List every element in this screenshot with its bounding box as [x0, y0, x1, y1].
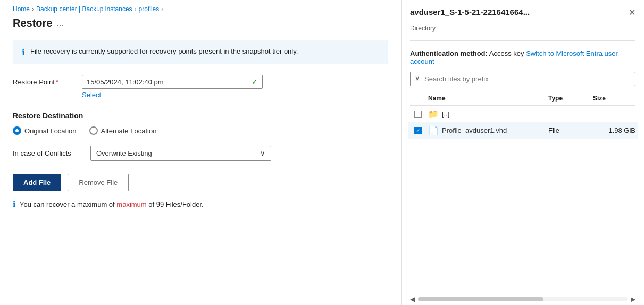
restore-point-label: Restore Point *	[13, 78, 82, 86]
file-table: Name Type Size 📁 [..] 📄 Profile_avduser1…	[410, 92, 635, 293]
auth-label: Authentication method:	[410, 49, 488, 57]
folder-icon: 📁	[428, 109, 439, 119]
add-file-button[interactable]: Add File	[13, 174, 61, 191]
breadcrumb-profiles[interactable]: profiles	[139, 5, 160, 13]
chevron-down-icon: ∨	[260, 149, 265, 157]
required-asterisk: *	[56, 78, 58, 86]
filter-icon: ⊻	[415, 75, 420, 83]
auth-section: Authentication method: Access key Switch…	[402, 45, 644, 67]
table-row: 📄 Profile_avduser1.vhd File 1.98 GiB	[408, 122, 638, 139]
conflicts-value: Overwrite Existing	[96, 149, 152, 157]
header-type: Type	[548, 95, 591, 102]
right-panel: avduser1_S-1-5-21-221641664... ✕ Directo…	[402, 0, 644, 305]
page-more-button[interactable]: ...	[56, 19, 63, 28]
page-title-row: Restore ...	[13, 17, 388, 29]
row2-type: File	[548, 126, 591, 134]
row1-checkbox[interactable]	[414, 111, 422, 118]
scroll-thumb[interactable]	[418, 297, 543, 301]
row2-name: Profile_avduser1.vhd	[442, 126, 507, 134]
row1-name-cell: 📁 [..]	[428, 109, 546, 119]
restore-point-input[interactable]: 15/05/2024, 11:02:40 pm ✓	[82, 75, 263, 89]
table-header: Name Type Size	[410, 92, 635, 106]
row1-name: [..]	[442, 110, 449, 118]
header-name: Name	[428, 95, 546, 102]
restore-point-row: Restore Point * 15/05/2024, 11:02:40 pm …	[13, 75, 388, 89]
highlight-text: maximum	[116, 200, 146, 208]
conflicts-row: In case of Conflicts Overwrite Existing …	[13, 146, 388, 161]
search-input[interactable]	[424, 75, 631, 83]
horizontal-scrollbar[interactable]: ◀ ▶	[402, 293, 644, 305]
info-box: ℹ File recovery is currently supported f…	[13, 40, 388, 64]
header-size: Size	[593, 95, 635, 102]
row2-size: 1.98 GiB	[593, 126, 635, 134]
header-checkbox-cell	[410, 95, 426, 102]
info-icon: ℹ	[22, 47, 25, 57]
table-row: 📁 [..]	[410, 106, 635, 122]
alternate-location-label: Alternate Location	[101, 127, 157, 135]
breadcrumb: Home › Backup center | Backup instances …	[13, 0, 388, 17]
original-location-radio[interactable]	[13, 126, 21, 135]
bottom-info: ℹ You can recover a maximum of maximum o…	[13, 200, 388, 208]
restore-destination-title: Restore Destination	[13, 112, 388, 120]
remove-file-button[interactable]: Remove File	[68, 174, 129, 191]
separator-1	[410, 40, 635, 41]
page-title: Restore	[13, 17, 52, 29]
rp-header: avduser1_S-1-5-21-221641664... ✕	[402, 0, 644, 22]
scroll-right-button[interactable]: ▶	[631, 295, 635, 303]
close-button[interactable]: ✕	[629, 7, 635, 18]
restore-point-value: 15/05/2024, 11:02:40 pm	[87, 78, 164, 86]
checkmark-icon: ✓	[252, 78, 258, 86]
rp-search[interactable]: ⊻	[410, 72, 635, 86]
scroll-track[interactable]	[418, 297, 628, 301]
breadcrumb-home[interactable]: Home	[13, 5, 30, 13]
row2-checkbox[interactable]	[414, 127, 422, 134]
select-link-row: Select	[13, 91, 388, 99]
conflicts-select[interactable]: Overwrite Existing ∨	[90, 146, 271, 161]
rp-title: avduser1_S-1-5-21-221641664...	[410, 7, 530, 16]
original-location-label: Original Location	[24, 127, 77, 135]
alternate-location-option[interactable]: Alternate Location	[89, 126, 157, 135]
rp-subtitle: Directory	[402, 22, 644, 36]
breadcrumb-backup-center[interactable]: Backup center | Backup instances	[36, 5, 132, 13]
bottom-info-icon: ℹ	[13, 200, 15, 208]
row2-checkbox-cell[interactable]	[410, 127, 426, 134]
scroll-left-button[interactable]: ◀	[410, 295, 415, 303]
select-link[interactable]: Select	[82, 91, 101, 99]
file-doc-icon: 📄	[428, 125, 439, 135]
info-text: File recovery is currently supported for…	[30, 47, 298, 56]
radio-group: Original Location Alternate Location	[13, 126, 388, 135]
conflicts-label: In case of Conflicts	[13, 149, 82, 157]
row2-name-cell: 📄 Profile_avduser1.vhd	[428, 125, 546, 135]
left-panel: Home › Backup center | Backup instances …	[0, 0, 402, 305]
alternate-location-radio[interactable]	[89, 126, 98, 135]
button-row: Add File Remove File	[13, 174, 388, 191]
row1-checkbox-cell[interactable]	[410, 111, 426, 118]
original-location-option[interactable]: Original Location	[13, 126, 77, 135]
bottom-info-text: You can recover a maximum of maximum of …	[20, 200, 204, 208]
